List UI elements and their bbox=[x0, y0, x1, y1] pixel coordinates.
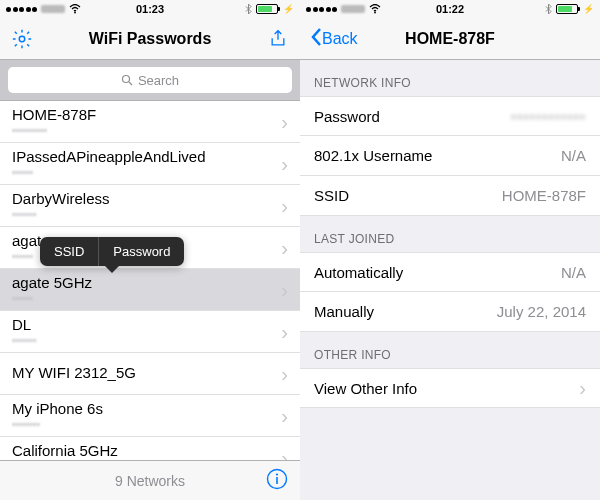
chevron-right-icon: › bbox=[281, 112, 288, 132]
search-bar: Search bbox=[0, 60, 300, 101]
chevron-left-icon bbox=[310, 27, 322, 51]
nav-bar: WiFi Passwords bbox=[0, 18, 300, 60]
svg-point-5 bbox=[276, 473, 278, 475]
list-item[interactable]: DarbyWireless•••••••› bbox=[0, 185, 300, 227]
chevron-right-icon: › bbox=[281, 280, 288, 300]
svg-line-3 bbox=[129, 82, 132, 85]
network-count: 9 Networks bbox=[115, 473, 185, 489]
row-username[interactable]: 802.1x UsernameN/A bbox=[300, 136, 600, 176]
svg-point-1 bbox=[19, 36, 25, 42]
list-item-selected[interactable]: SSID Password agate 5GHz••••••› bbox=[0, 269, 300, 311]
status-time: 01:22 bbox=[300, 3, 600, 15]
search-icon bbox=[121, 74, 133, 86]
chevron-right-icon: › bbox=[281, 322, 288, 342]
row-view-other[interactable]: View Other Info› bbox=[300, 368, 600, 408]
list-item[interactable]: DL•••••••› bbox=[0, 311, 300, 353]
page-title: WiFi Passwords bbox=[0, 30, 300, 48]
search-input[interactable]: Search bbox=[8, 67, 292, 93]
section-header-other: OTHER INFO bbox=[300, 332, 600, 368]
settings-button[interactable] bbox=[10, 27, 34, 51]
back-button[interactable]: Back bbox=[310, 27, 358, 51]
battery-icon bbox=[256, 4, 278, 14]
copy-popover: SSID Password bbox=[40, 237, 184, 266]
network-detail-screen: 01:22 ⚡ Back HOME-878F NETWORK INFO Pass… bbox=[300, 0, 600, 500]
list-item[interactable]: IPassedAPineappleAndLived••••••› bbox=[0, 143, 300, 185]
svg-point-2 bbox=[122, 76, 129, 83]
status-bar: 01:23 ⚡ bbox=[0, 0, 300, 18]
chevron-right-icon: › bbox=[281, 238, 288, 258]
network-list: HOME-878F••••••••••› IPassedAPineappleAn… bbox=[0, 101, 300, 460]
chevron-right-icon: › bbox=[281, 406, 288, 426]
section-header-network: NETWORK INFO bbox=[300, 60, 600, 96]
chevron-right-icon: › bbox=[281, 196, 288, 216]
search-placeholder: Search bbox=[138, 73, 179, 88]
share-icon bbox=[268, 29, 288, 49]
battery-icon bbox=[556, 4, 578, 14]
svg-rect-6 bbox=[276, 477, 278, 484]
status-time: 01:23 bbox=[0, 3, 300, 15]
detail-table: NETWORK INFO Password•••••••••••• 802.1x… bbox=[300, 60, 600, 500]
chevron-right-icon: › bbox=[579, 378, 586, 398]
popover-copy-password[interactable]: Password bbox=[99, 237, 184, 266]
list-item[interactable]: My iPhone 6s••••••••› bbox=[0, 395, 300, 437]
row-password[interactable]: Password•••••••••••• bbox=[300, 96, 600, 136]
share-button[interactable] bbox=[266, 27, 290, 51]
back-label: Back bbox=[322, 30, 358, 48]
list-item[interactable]: California 5GHz•••••••› bbox=[0, 437, 300, 460]
popover-copy-ssid[interactable]: SSID bbox=[40, 237, 98, 266]
chevron-right-icon: › bbox=[281, 154, 288, 174]
row-ssid[interactable]: SSIDHOME-878F bbox=[300, 176, 600, 216]
gear-icon bbox=[11, 28, 33, 50]
info-icon bbox=[266, 468, 288, 490]
chevron-right-icon: › bbox=[281, 448, 288, 461]
list-item[interactable]: HOME-878F••••••••••› bbox=[0, 101, 300, 143]
row-manual[interactable]: ManuallyJuly 22, 2014 bbox=[300, 292, 600, 332]
info-button[interactable] bbox=[266, 468, 288, 494]
wifi-passwords-screen: 01:23 ⚡ WiFi Passwords Search HOME-878F•… bbox=[0, 0, 300, 500]
toolbar: 9 Networks bbox=[0, 460, 300, 500]
nav-bar: Back HOME-878F bbox=[300, 18, 600, 60]
list-item[interactable]: MY WIFI 2312_5G› bbox=[0, 353, 300, 395]
status-bar: 01:22 ⚡ bbox=[300, 0, 600, 18]
section-header-last-joined: LAST JOINED bbox=[300, 216, 600, 252]
row-auto[interactable]: AutomaticallyN/A bbox=[300, 252, 600, 292]
chevron-right-icon: › bbox=[281, 364, 288, 384]
